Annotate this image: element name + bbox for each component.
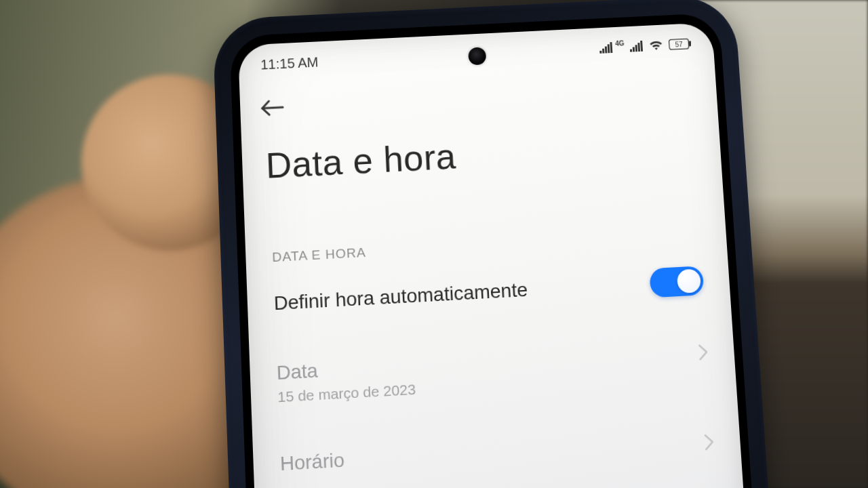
row-date[interactable]: Data 15 de março de 2023 <box>276 338 710 406</box>
svg-rect-0 <box>599 51 601 54</box>
svg-rect-3 <box>607 44 610 53</box>
back-button[interactable] <box>259 96 288 119</box>
row-time[interactable]: Horário <box>279 428 714 475</box>
chevron-right-icon <box>704 433 715 453</box>
back-arrow-icon <box>259 96 288 119</box>
svg-rect-5 <box>630 49 632 52</box>
status-icons: 4G <box>599 38 692 54</box>
row-auto-time[interactable]: Definir hora automaticamente <box>273 266 704 318</box>
signal-icon-2 <box>629 41 644 52</box>
svg-line-12 <box>262 107 283 108</box>
wifi-icon <box>648 39 664 51</box>
page-title: Data e hora <box>265 136 457 186</box>
network-4g-label: 4G <box>615 39 625 47</box>
row-time-label: Horário <box>279 428 714 475</box>
phone: 11:15 AM 4G <box>238 22 754 488</box>
svg-rect-2 <box>604 46 607 53</box>
row-auto-time-label: Definir hora automaticamente <box>273 279 528 314</box>
auto-time-toggle[interactable] <box>649 266 704 298</box>
signal-icon <box>599 42 613 54</box>
battery-text: 57 <box>675 41 683 48</box>
svg-rect-8 <box>637 43 640 52</box>
svg-rect-11 <box>689 41 691 46</box>
screen: 11:15 AM 4G <box>238 22 754 488</box>
chevron-right-icon <box>698 344 709 364</box>
svg-rect-1 <box>602 49 604 54</box>
section-label: DATA E HORA <box>272 245 366 265</box>
battery-icon: 57 <box>669 38 692 50</box>
svg-rect-4 <box>610 42 612 53</box>
svg-rect-7 <box>635 45 638 52</box>
svg-rect-6 <box>633 47 635 52</box>
svg-rect-9 <box>640 41 643 52</box>
toggle-knob-icon <box>677 268 701 293</box>
status-time: 11:15 AM <box>260 54 319 73</box>
